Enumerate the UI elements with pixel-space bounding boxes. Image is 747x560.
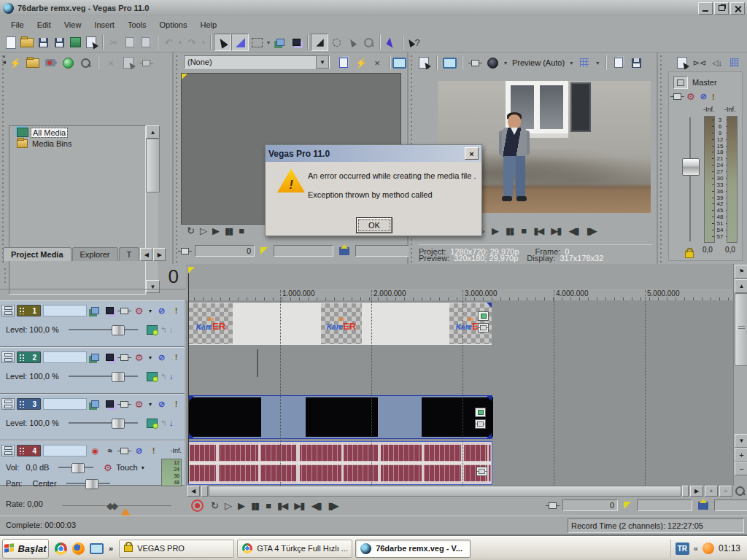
make-child-icon[interactable]: ↓ xyxy=(169,419,174,427)
track-2-lane[interactable] xyxy=(186,347,733,394)
pause-icon[interactable]: ▮▮ xyxy=(251,500,258,511)
tab-transitions[interactable]: T xyxy=(119,247,140,261)
menu-insert[interactable]: Insert xyxy=(88,18,121,31)
automation-settings-icon[interactable]: ⚙ xyxy=(133,352,145,363)
automation-dropdown[interactable]: ▾ xyxy=(147,352,153,363)
track-2-icon[interactable]: 2 xyxy=(17,351,41,363)
media-fx-icon[interactable]: ⚡ xyxy=(7,55,23,71)
compositing-mode-icon[interactable] xyxy=(104,352,116,363)
video-fx-bypass-icon[interactable] xyxy=(467,55,483,71)
restore-button[interactable] xyxy=(714,2,729,15)
edge-trim-handle[interactable] xyxy=(682,486,689,497)
envelope-edit-tool-button[interactable] xyxy=(231,34,249,51)
tree-item-media-bins[interactable]: Media Bins xyxy=(15,139,145,149)
stray-event-sliver[interactable] xyxy=(257,349,258,377)
mute-icon[interactable]: ⊘ xyxy=(133,446,145,456)
media-bus-button[interactable] xyxy=(138,55,154,71)
make-parent-icon[interactable]: ↰ xyxy=(160,325,167,335)
pan-crop-icon[interactable] xyxy=(475,408,486,417)
solo-icon[interactable]: ! xyxy=(147,446,160,456)
play-from-start-icon[interactable]: ▷ xyxy=(200,225,206,236)
save-as-button[interactable] xyxy=(51,34,67,50)
open-button[interactable] xyxy=(19,34,35,50)
scroll-down-icon[interactable]: ▼ xyxy=(735,434,747,448)
make-parent-icon[interactable]: ↰ xyxy=(160,372,167,381)
cursor-position-field[interactable]: 0 xyxy=(562,499,618,511)
remove-current-media-icon[interactable]: × xyxy=(369,55,385,71)
scroll-left-icon[interactable]: ◀ xyxy=(187,486,200,497)
enable-snapping-button[interactable] xyxy=(383,34,399,50)
close-button[interactable] xyxy=(730,2,745,15)
stop-icon[interactable]: ■ xyxy=(521,225,525,236)
lock-envelopes-button[interactable] xyxy=(311,34,328,51)
bypass-motion-blur-icon[interactable] xyxy=(146,371,158,382)
menu-file[interactable]: File xyxy=(4,18,31,31)
menu-tools[interactable]: Tools xyxy=(121,18,153,31)
trimmer-selection-length-field[interactable] xyxy=(355,245,409,257)
copy-button[interactable] xyxy=(122,34,138,50)
firefox-icon[interactable] xyxy=(72,542,85,555)
language-indicator[interactable]: TR xyxy=(676,542,689,555)
selection-start-field[interactable] xyxy=(637,499,692,511)
timeline-vertical-scrollbar[interactable]: ⚑ ▲ ▼ + − xyxy=(733,264,747,486)
master-fx-gear-icon[interactable]: ⚙ xyxy=(686,92,695,101)
solo-icon[interactable]: ! xyxy=(170,352,182,363)
scroll-up-icon[interactable]: ▲ xyxy=(146,125,160,139)
compositing-mode-icon[interactable] xyxy=(104,399,116,410)
marker-tool-icon[interactable]: ⚑ xyxy=(735,265,747,279)
zoom-edit-tool-button[interactable] xyxy=(360,34,376,50)
make-child-icon[interactable]: ↓ xyxy=(169,325,174,334)
dim-output-button[interactable]: ◁↓ xyxy=(709,55,725,71)
envelope-point-tool-button[interactable] xyxy=(328,34,344,50)
track-motion-icon[interactable] xyxy=(89,352,101,363)
task-gta-browser[interactable]: GTA 4 Türkçe Full Hızlı ... xyxy=(237,540,352,558)
trimmer-history-dropdown[interactable]: (None) ▼ xyxy=(184,55,330,69)
composite-level-slider[interactable] xyxy=(69,422,138,424)
go-to-start-icon[interactable]: ▮◀ xyxy=(533,225,543,236)
solo-icon[interactable]: ! xyxy=(170,306,182,316)
solo-icon[interactable]: ! xyxy=(170,399,182,410)
fader-lock-icon[interactable] xyxy=(685,251,694,258)
quick-launch-overflow[interactable]: » xyxy=(109,544,113,553)
record-button[interactable] xyxy=(191,499,204,512)
master-mute-icon[interactable]: ⊘ xyxy=(700,92,707,101)
play-icon[interactable]: ▶ xyxy=(212,225,218,236)
zoom-tool-button[interactable] xyxy=(733,486,747,497)
event-fx-icon[interactable] xyxy=(475,419,486,429)
go-to-start-icon[interactable]: ▮◀ xyxy=(277,500,287,511)
selection-tool-button[interactable] xyxy=(344,34,360,50)
next-frame-icon[interactable]: ▮▶ xyxy=(328,500,338,511)
mute-icon[interactable]: ⊘ xyxy=(155,352,168,363)
scrollbar-thumb[interactable] xyxy=(146,139,160,192)
tab-explorer[interactable]: Explorer xyxy=(72,247,118,261)
panel-pin-icon[interactable]: ◄ xyxy=(1,60,7,66)
media-fx-icon[interactable]: ⚡ xyxy=(353,55,369,71)
panel-drag-handle[interactable]: × ◄ xyxy=(1,54,7,262)
video-event-track1[interactable]: ön KareER ön KareER ön KareER xyxy=(188,302,492,346)
track-minimize-icon[interactable] xyxy=(1,398,15,410)
scroll-right-icon[interactable]: ▶ xyxy=(690,486,703,497)
import-media-button[interactable] xyxy=(25,55,41,71)
master-solo-icon[interactable]: ! xyxy=(712,93,715,101)
track-1-icon[interactable]: 1 xyxy=(17,305,41,316)
insert-bus-button[interactable] xyxy=(674,55,690,71)
track-2-name-field[interactable] xyxy=(43,351,87,363)
zoom-in-track-height-icon[interactable]: + xyxy=(735,448,747,462)
edit-tool-dropdown[interactable]: ▾ xyxy=(265,34,272,50)
track-fx-icon[interactable] xyxy=(118,446,131,456)
tab-project-media[interactable]: Project Media xyxy=(3,247,71,261)
mute-icon[interactable]: ⊘ xyxy=(155,399,168,410)
play-from-start-icon[interactable]: ▷ xyxy=(225,500,231,511)
taskbar-clock[interactable]: 01:13 xyxy=(719,543,740,553)
panel-drag-handle[interactable] xyxy=(659,54,665,262)
bypass-motion-blur-icon[interactable] xyxy=(146,324,158,335)
automation-dropdown[interactable]: ▾ xyxy=(147,306,153,316)
pause-icon[interactable]: ▮▮ xyxy=(225,225,232,236)
tree-item-all-media[interactable]: All Media xyxy=(15,127,145,138)
get-media-from-web-button[interactable] xyxy=(60,55,76,71)
zoom-out-time-icon[interactable]: − xyxy=(719,486,732,497)
previous-frame-icon[interactable]: ◀▮ xyxy=(311,500,320,511)
cursor-time-display[interactable]: 0 xyxy=(169,265,179,288)
menu-edit[interactable]: Edit xyxy=(31,18,58,31)
panel-drag-handle[interactable] xyxy=(174,54,181,262)
